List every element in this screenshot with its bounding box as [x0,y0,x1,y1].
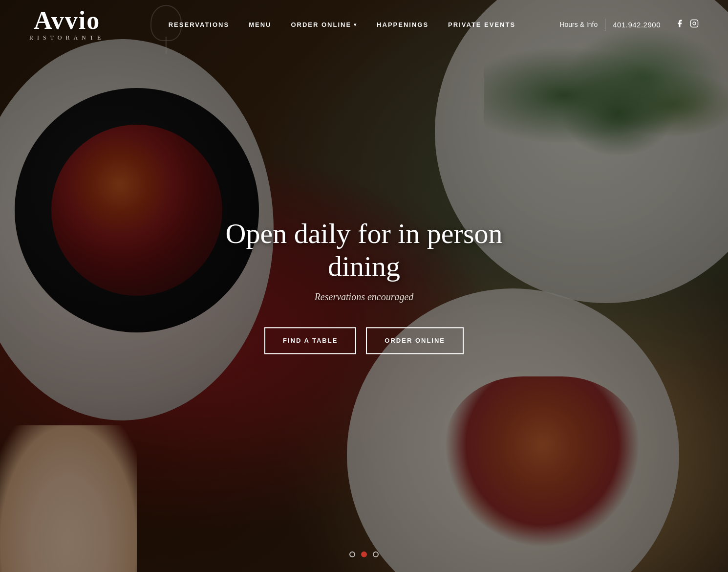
hero-content: Open daily for in person dining Reservat… [193,218,535,354]
svg-rect-0 [691,20,698,27]
logo-name: Avvio [34,8,100,33]
order-online-button[interactable]: ORDER ONLINE [366,328,464,354]
find-table-button[interactable]: FIND A TABLE [264,328,356,354]
nav-order-online-label: ORDER ONLINE [291,21,351,28]
hero-section: Avvio RISTORANTE RESERVATIONS MENU ORDER… [0,0,728,572]
hero-buttons: FIND A TABLE ORDER ONLINE [193,328,535,354]
hero-title: Open daily for in person dining [193,218,535,283]
hours-info-link[interactable]: Hours & Info [559,21,598,28]
slider-dot-2[interactable] [361,551,367,557]
nav-links: RESERVATIONS MENU ORDER ONLINE ▾ HAPPENI… [144,21,540,28]
nav-menu[interactable]: MENU [249,21,271,28]
nav-private-events[interactable]: PRIVATE EVENTS [448,21,515,28]
nav-right: Hours & Info 401.942.2900 [559,19,699,31]
nav-divider [605,19,605,31]
instagram-icon[interactable] [690,19,699,30]
logo-subtitle: RISTORANTE [29,34,105,42]
nav-order-online[interactable]: ORDER ONLINE ▾ [291,21,357,28]
logo[interactable]: Avvio RISTORANTE [29,8,105,42]
facebook-icon[interactable] [675,19,684,30]
slider-dot-3[interactable] [373,551,379,557]
slider-dot-1[interactable] [349,551,355,557]
phone-number[interactable]: 401.942.2900 [613,21,661,29]
nav-happenings[interactable]: HAPPENINGS [377,21,428,28]
navbar: Avvio RISTORANTE RESERVATIONS MENU ORDER… [0,0,728,49]
social-icons [675,19,699,30]
slider-dots [349,551,379,557]
nav-reservations[interactable]: RESERVATIONS [169,21,229,28]
chevron-down-icon: ▾ [354,22,357,27]
hero-subtitle: Reservations encouraged [193,292,535,303]
